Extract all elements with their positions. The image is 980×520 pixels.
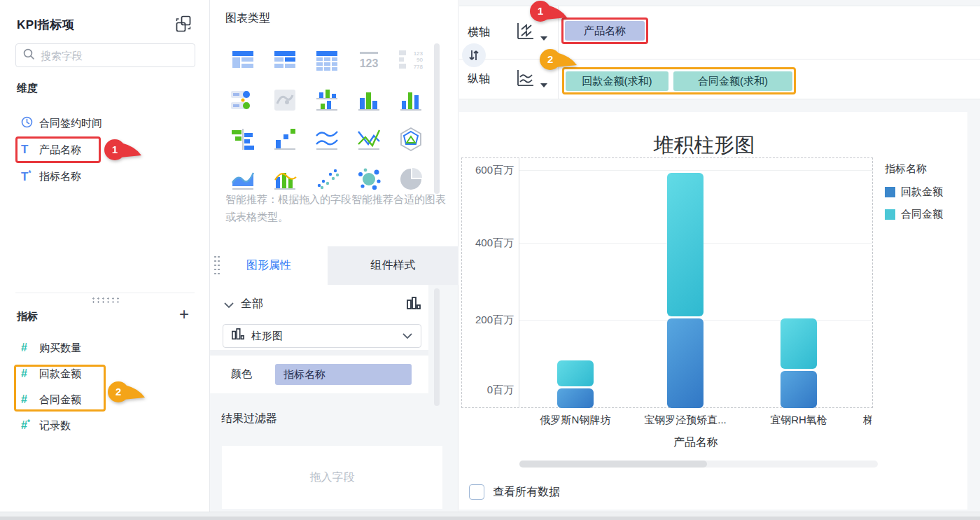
- chart-type-step-scatter-icon[interactable]: [272, 126, 298, 153]
- chart-type-table-detail-icon[interactable]: [230, 46, 256, 73]
- group-all-row[interactable]: 全部: [210, 290, 428, 318]
- tab-graphic-properties[interactable]: 图形属性: [210, 246, 328, 285]
- filter-dropzone[interactable]: 拖入字段: [222, 446, 442, 509]
- chart-type-stacked-column-mini-icon[interactable]: [314, 87, 340, 113]
- bar-segment-合同金额[interactable]: [780, 318, 817, 369]
- view-all-data-checkbox[interactable]: [469, 484, 484, 500]
- chart-scrollbar-thumb[interactable]: [519, 461, 707, 468]
- color-field-chip[interactable]: 指标名称: [275, 364, 412, 385]
- view-all-data-row[interactable]: 查看所有数据: [469, 484, 560, 500]
- chart-type-area-icon[interactable]: [230, 166, 256, 192]
- section-divider: [15, 293, 195, 293]
- bar-segment-回款金额[interactable]: [557, 388, 594, 408]
- annotation-box-measures: [14, 365, 106, 412]
- dropzone-placeholder: 拖入字段: [310, 470, 355, 485]
- chart-type-multi-line-icon[interactable]: [314, 126, 340, 153]
- chart-type-scrollbar[interactable]: [434, 43, 440, 194]
- chart-horizontal-scrollbar[interactable]: [519, 461, 878, 468]
- chart-config-panel: 图表类型 123 12390778: [210, 0, 458, 512]
- chart-type-combo-bar-line-icon[interactable]: [272, 166, 298, 192]
- panel-drag-handle[interactable]: [91, 297, 119, 303]
- property-tabs: 图形属性 组件样式: [210, 246, 458, 285]
- dimension-label: 合同签约时间: [39, 117, 102, 130]
- chart-type-table-group-icon[interactable]: [272, 46, 298, 73]
- section-gap: [210, 350, 428, 356]
- tabs-drag-handle[interactable]: [214, 255, 221, 274]
- switch-view-icon[interactable]: [174, 15, 192, 33]
- canvas-panel: 横轴 纵轴 产品名称 1 回款金额(求和) 合同金额(求和) 2: [459, 0, 980, 512]
- chart-type-radar-icon[interactable]: [398, 126, 424, 153]
- y-axis-type-icon[interactable]: [515, 68, 536, 90]
- chart-kind-select[interactable]: 柱形图: [223, 324, 421, 348]
- chart-type-stacked-bar-horizontal-icon[interactable]: [230, 126, 256, 153]
- y-axis-caret-icon[interactable]: [540, 83, 547, 87]
- chart-type-bubble-icon[interactable]: [356, 166, 382, 192]
- result-filter-header: 结果过滤器: [221, 412, 277, 426]
- legend-item[interactable]: 合同金额: [885, 208, 943, 221]
- row-divider: [459, 59, 980, 59]
- x-category-label: 宜钢RH氧枪: [746, 414, 851, 427]
- chart-type-kpi-card-icon[interactable]: 12390778: [398, 46, 424, 73]
- chart-type-grouped-column-icon[interactable]: [356, 87, 382, 113]
- y-tick-label: 400百万: [459, 237, 514, 250]
- y-tick-label: 200百万: [459, 314, 514, 327]
- chart-type-gantt-icon[interactable]: [230, 87, 256, 113]
- chart-kind-value: 柱形图: [251, 330, 396, 343]
- bar-chart-mini-icon: [232, 328, 244, 344]
- chart-title: 堆积柱形图: [529, 132, 879, 160]
- hash-icon: #: [21, 342, 39, 354]
- y-axis-well-label: 纵轴: [468, 72, 490, 87]
- annotation-badge-1: 1: [529, 0, 568, 24]
- measures-header: 指标: [17, 310, 38, 323]
- chart-type-cross-line-icon[interactable]: [356, 126, 382, 153]
- x-axis-caret-icon[interactable]: [540, 36, 547, 41]
- chevron-down-icon: [402, 330, 412, 342]
- field-list-panel: KPI指标项 维度 合同签约时间 T 产品名称 T* 指标名称: [0, 0, 210, 512]
- bar-chart-mini-icon: [407, 296, 421, 314]
- svg-text:123: 123: [360, 57, 379, 69]
- chart-widget[interactable]: 堆积柱形图 600百万400百万200百万0百万 俄罗斯N钢牌坊宝钢罗泾预矫直.…: [459, 112, 967, 510]
- view-all-data-label: 查看所有数据: [493, 485, 560, 500]
- tab-component-style[interactable]: 组件样式: [328, 246, 458, 285]
- window-bottom-scrollbar[interactable]: [0, 512, 980, 520]
- svg-text:778: 778: [414, 64, 424, 70]
- bar-segment-合同金额[interactable]: [667, 173, 704, 316]
- search-input[interactable]: [41, 50, 188, 62]
- color-label: 颜色: [231, 367, 252, 381]
- bar-segment-回款金额[interactable]: [780, 371, 817, 408]
- measure-item-purchase-qty[interactable]: # 购买数量: [0, 335, 210, 361]
- window-bottom-scrollbar-thumb[interactable]: [0, 517, 980, 520]
- bar-segment-回款金额[interactable]: [667, 318, 704, 408]
- chart-type-pie-icon[interactable]: [398, 166, 424, 192]
- dimension-item-metric-name[interactable]: T* 指标名称: [0, 163, 210, 190]
- swap-axes-button[interactable]: [462, 43, 486, 67]
- chart-type-section: 图表类型 123 12390778: [210, 0, 458, 246]
- svg-text:123: 123: [414, 50, 424, 57]
- measure-item-record-count[interactable]: #* 记录数: [0, 412, 210, 439]
- legend-swatch-icon: [885, 209, 895, 220]
- chart-type-scatter-icon[interactable]: [314, 166, 340, 192]
- svg-text:2: 2: [547, 53, 553, 65]
- properties-scrollbar[interactable]: [434, 288, 440, 406]
- x-axis-title: 产品名称: [626, 435, 766, 450]
- legend-swatch-icon: [885, 187, 895, 197]
- legend-item[interactable]: 回款金额: [885, 185, 943, 199]
- dimension-label: 指标名称: [39, 170, 81, 183]
- chart-type-map-icon[interactable]: [272, 87, 298, 113]
- svg-text:90: 90: [416, 57, 423, 63]
- svg-text:1: 1: [538, 5, 543, 17]
- search-field-box[interactable]: [15, 43, 195, 67]
- chart-type-kpi-number-icon[interactable]: 123: [356, 46, 382, 73]
- annotation-box-x-field: [561, 17, 648, 44]
- legend-label: 合同金额: [901, 208, 943, 221]
- dimension-item-contract-date[interactable]: 合同签约时间: [0, 110, 210, 136]
- bar-segment-合同金额[interactable]: [557, 360, 594, 386]
- gridline: [519, 170, 873, 171]
- chart-type-table-cross-icon[interactable]: [314, 46, 340, 73]
- y-tick-label: 600百万: [459, 164, 514, 177]
- chart-type-column-icon[interactable]: [398, 87, 424, 113]
- chart-type-title: 图表类型: [225, 11, 270, 26]
- add-measure-button[interactable]: +: [176, 307, 192, 323]
- svg-text:1: 1: [112, 143, 118, 155]
- x-axis-type-icon[interactable]: [515, 21, 536, 43]
